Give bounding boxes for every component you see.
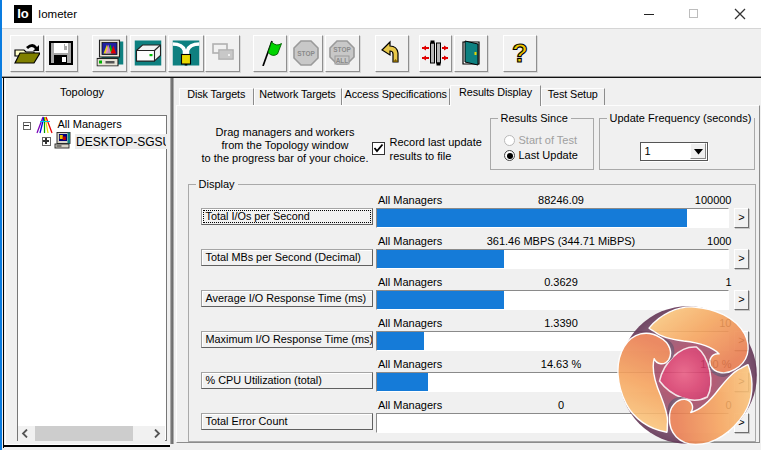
svg-text:?: ? xyxy=(512,40,528,66)
svg-text:STOP: STOP xyxy=(297,50,315,57)
svg-text:STOP: STOP xyxy=(333,46,351,53)
svg-text:ALL: ALL xyxy=(336,57,349,64)
